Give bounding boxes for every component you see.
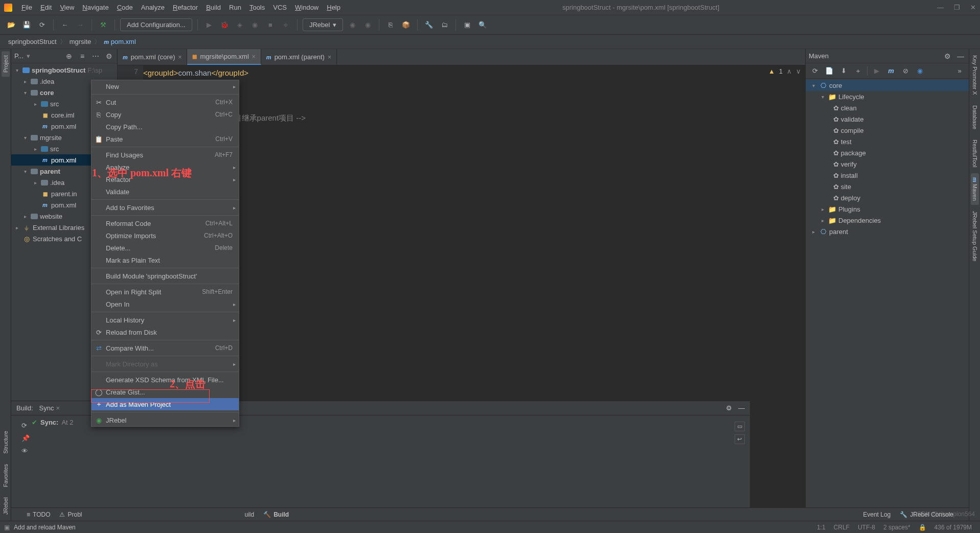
menu-file[interactable]: File [17, 4, 36, 11]
gear-icon[interactable]: ⚙ [942, 51, 952, 61]
profile-button[interactable]: ◉ [249, 19, 261, 31]
close-tab-icon[interactable]: × [328, 54, 331, 61]
tool-windows-icon[interactable]: ▣ [4, 524, 10, 531]
prev-highlight-icon[interactable]: ∧ [787, 67, 792, 75]
run-maven-icon[interactable]: ▶ [872, 66, 882, 76]
ctx-open-split[interactable]: Open in Right SplitShift+Enter [92, 286, 239, 298]
show-icon[interactable]: 👁 [21, 447, 30, 455]
next-highlight-icon[interactable]: ∨ [796, 67, 801, 75]
tool-maven-tab[interactable]: m Maven [971, 173, 979, 205]
jrebel-dropdown[interactable]: JRebel▾ [303, 18, 343, 31]
open-folder-button[interactable]: 📂 [5, 19, 17, 31]
layout-toggle-icon[interactable]: ▭ [735, 422, 745, 431]
editor-tab-parent[interactable]: mpom.xml (parent)× [261, 49, 337, 65]
mem-indicator[interactable]: 436 of 1979M [930, 524, 976, 531]
tool-jrebel-guide-tab[interactable]: JRebel Setup Guide [971, 207, 979, 265]
ctx-add-favorites[interactable]: Add to Favorites▸ [92, 201, 239, 214]
event-log-tab[interactable]: Event Log [860, 511, 891, 518]
ctx-cut[interactable]: ✂CutCtrl+X [92, 96, 239, 108]
tool-restful-tab[interactable]: RestfulTool [971, 135, 979, 171]
jrebel-run-icon[interactable]: ◉ [346, 19, 358, 31]
breadcrumb-root[interactable]: springbootStruct [5, 38, 60, 45]
tool-favorites-tab[interactable]: Favorites [2, 460, 10, 491]
menu-window[interactable]: Window [291, 4, 323, 11]
project-structure-button[interactable]: 🗂 [438, 19, 450, 31]
toggle-skip-tests-icon[interactable]: ◉ [915, 66, 925, 76]
warning-icon[interactable]: ▲ [768, 67, 775, 75]
soft-wrap-icon[interactable]: ↩ [735, 434, 745, 444]
maximize-icon[interactable]: ❐ [954, 4, 960, 11]
build-tab[interactable]: 🔨 Build [263, 511, 289, 518]
ctx-validate[interactable]: Validate [92, 186, 239, 198]
menu-build[interactable]: Build [202, 4, 225, 11]
toggle-offline-icon[interactable]: ⊘ [900, 66, 910, 76]
menu-navigate[interactable]: Navigate [78, 4, 112, 11]
ctx-optimize[interactable]: Optimize ImportsCtrl+Alt+O [92, 229, 239, 242]
execute-goal-icon[interactable]: m [886, 66, 896, 76]
menu-vcs[interactable]: VCS [269, 4, 291, 11]
ctx-build-module[interactable]: Build Module 'springbootStruct' [92, 270, 239, 282]
vcs-update-icon[interactable]: ⎘ [384, 19, 397, 31]
ctx-new[interactable]: New▸ [92, 80, 239, 92]
search-everywhere-icon[interactable]: 🔍 [476, 19, 489, 31]
menu-refactor[interactable]: Refactor [169, 4, 202, 11]
add-configuration-button[interactable]: Add Configuration... [120, 18, 192, 31]
close-icon[interactable]: ✕ [970, 4, 976, 11]
ctx-copy-path[interactable]: Copy Path... [92, 121, 239, 133]
vcs-commit-icon[interactable]: 📦 [400, 19, 412, 31]
stop-button[interactable]: ■ [264, 19, 277, 31]
build-sub-tab[interactable]: uild [244, 511, 254, 518]
terminal-icon[interactable]: ▣ [461, 19, 473, 31]
ctx-analyze[interactable]: Analyze▸ [92, 161, 239, 173]
todo-tab[interactable]: ≡ TODO [27, 511, 50, 518]
line-sep[interactable]: CRLF [830, 524, 854, 531]
tool-keypromoter-tab[interactable]: Key Promoter X [971, 51, 979, 99]
add-icon[interactable]: ＋ [853, 66, 863, 76]
sync-tab[interactable]: Sync × [39, 404, 60, 412]
maven-tree[interactable]: ▾⎔core ▾📁Lifecycle ✿ clean ✿ validate ✿ … [806, 79, 969, 521]
show-all-icon[interactable]: » [954, 66, 965, 76]
close-tab-icon[interactable]: × [252, 53, 256, 60]
ctx-reformat[interactable]: Reformat CodeCtrl+Alt+L [92, 217, 239, 229]
ctx-add-maven[interactable]: ＋Add as Maven Project [92, 398, 239, 410]
jrebel-debug-icon[interactable]: ◉ [361, 19, 374, 31]
ctx-find-usages[interactable]: Find UsagesAlt+F7 [92, 149, 239, 161]
gear-icon[interactable]: ⚙ [104, 51, 114, 61]
forward-button[interactable]: → [74, 19, 86, 31]
minimize-icon[interactable]: — [937, 4, 944, 11]
expand-all-icon[interactable]: ≡ [77, 51, 87, 61]
generate-sources-icon[interactable]: 📄 [824, 66, 834, 76]
ctx-compare-with[interactable]: ⇄Compare With...Ctrl+D [92, 342, 239, 354]
download-icon[interactable]: ⬇ [838, 66, 849, 76]
tool-jrebel-tab[interactable]: JRebel [2, 493, 10, 519]
indent[interactable]: 2 spaces* [879, 524, 915, 531]
lock-icon[interactable]: 🔒 [915, 524, 930, 531]
menu-code[interactable]: Code [113, 4, 137, 11]
project-panel-title[interactable]: P... [14, 52, 24, 60]
ctx-delete[interactable]: Delete...Delete [92, 242, 239, 254]
target-icon[interactable]: ⊕ [64, 51, 74, 61]
hide-icon[interactable]: — [738, 404, 745, 412]
ctx-paste[interactable]: 📋PasteCtrl+V [92, 133, 239, 145]
menu-tools[interactable]: Tools [245, 4, 269, 11]
ctx-local-history[interactable]: Local History▸ [92, 314, 239, 326]
collapse-icon[interactable]: ⋯ [90, 51, 101, 61]
save-all-button[interactable]: 💾 [20, 19, 33, 31]
ctx-create-gist[interactable]: ◯Create Gist... [92, 386, 239, 398]
ctx-copy[interactable]: ⎘CopyCtrl+C [92, 108, 239, 121]
menu-help[interactable]: Help [323, 4, 345, 11]
debug-button[interactable]: 🐞 [218, 19, 231, 31]
tool-structure-tab[interactable]: Structure [2, 427, 10, 458]
ctx-open-in[interactable]: Open In▸ [92, 298, 239, 310]
run-button[interactable]: ▶ [203, 19, 215, 31]
editor-tab-core[interactable]: mpom.xml (core)× [118, 49, 187, 65]
wrench-icon[interactable]: 🔧 [423, 19, 435, 31]
menu-view[interactable]: View [56, 4, 78, 11]
editor-tab-mgrsite[interactable]: ▦mgrsite\pom.xml× [187, 49, 261, 65]
refresh-icon[interactable]: ⟳ [21, 422, 30, 429]
close-tab-icon[interactable]: × [178, 54, 181, 61]
back-button[interactable]: ← [59, 19, 71, 31]
coverage-button[interactable]: ◈ [234, 19, 246, 31]
ctx-jrebel[interactable]: ◉JRebel▸ [92, 414, 239, 426]
sync-button[interactable]: ⟳ [36, 19, 48, 31]
